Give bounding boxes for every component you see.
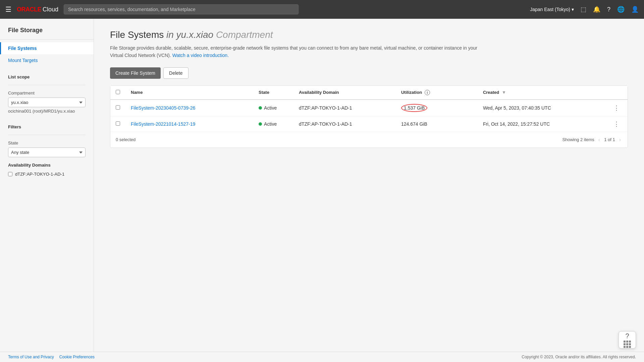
pagination-page-info: 1 of 1 bbox=[604, 137, 615, 142]
row2-created-cell: Fri, Oct 14, 2022, 15:27:52 UTC bbox=[478, 116, 605, 132]
state-filter-selector[interactable]: Any state Active Creating Deleting Delet… bbox=[8, 147, 86, 157]
help-icon[interactable]: ? bbox=[607, 6, 610, 13]
compartment-selector[interactable]: yu.x.xiao bbox=[8, 98, 86, 107]
availability-domain-label: dTZF:AP-TOKYO-1-AD-1 bbox=[15, 172, 64, 177]
select-all-checkbox[interactable] bbox=[116, 90, 120, 94]
page-title: File Systems in yu.x.xiao Compartment bbox=[110, 29, 628, 40]
row2-status-label: Active bbox=[264, 121, 277, 127]
col-header-availability-domain: Availability Domain bbox=[293, 86, 396, 100]
row1-availability-cell: dTZF:AP-TOKYO-1-AD-1 bbox=[293, 100, 396, 116]
row1-checkbox-cell bbox=[110, 100, 125, 116]
sidebar-item-mount-targets[interactable]: Mount Targets bbox=[0, 54, 94, 66]
filters-title: Filters bbox=[8, 124, 86, 129]
table: Name State Availability Domain Utilizati… bbox=[110, 86, 628, 132]
pagination: Showing 2 items ‹ 1 of 1 › bbox=[562, 136, 622, 143]
table-row: FileSystem-20230405-0739-26 Active dTZF:… bbox=[110, 100, 628, 116]
pagination-next-button[interactable]: › bbox=[618, 136, 622, 143]
create-file-system-button[interactable]: Create File System bbox=[110, 67, 161, 79]
row2-name-link[interactable]: FileSystem-20221014-1527-19 bbox=[131, 121, 195, 127]
sidebar-item-mount-targets-label: Mount Targets bbox=[8, 58, 38, 63]
col-header-actions bbox=[605, 86, 628, 100]
row2-checkbox[interactable] bbox=[116, 121, 120, 126]
compartment-path: ocichina001 (root)/MRD1/yu.x.xiao bbox=[8, 109, 86, 114]
list-scope-title: List scope bbox=[8, 74, 86, 79]
row2-state-cell: Active bbox=[253, 116, 293, 132]
row2-utilization-cell: 124.674 GiB bbox=[396, 116, 478, 132]
row2-actions-menu[interactable]: ⋮ bbox=[611, 119, 622, 129]
page-title-compartment: Compartment bbox=[216, 29, 273, 40]
row1-actions-cell: ⋮ bbox=[605, 100, 628, 116]
availability-domains-title: Availability Domains bbox=[8, 163, 86, 168]
user-profile-icon[interactable]: 👤 bbox=[631, 6, 639, 13]
page-description: File Storage provides durable, scalable,… bbox=[110, 44, 479, 59]
video-intro-link[interactable]: Watch a video introduction. bbox=[172, 53, 229, 58]
row2-checkbox-cell bbox=[110, 116, 125, 132]
help-widget[interactable]: ? bbox=[619, 331, 636, 349]
row1-created-cell: Wed, Apr 5, 2023, 07:40:35 UTC bbox=[478, 100, 605, 116]
delete-button[interactable]: Delete bbox=[163, 67, 188, 79]
showing-text: Showing 2 items bbox=[562, 137, 594, 142]
row1-utilization-cell: 1.537 GiB bbox=[396, 100, 478, 116]
row2-utilization-value: 124.674 GiB bbox=[401, 121, 427, 127]
cloud-brand-text: Cloud bbox=[43, 6, 58, 13]
cookie-preferences-link[interactable]: Cookie Preferences bbox=[59, 355, 95, 359]
help-widget-dots bbox=[624, 341, 631, 348]
row2-created-value: Fri, Oct 14, 2022, 15:27:52 UTC bbox=[483, 121, 550, 127]
row1-status-badge: Active bbox=[259, 105, 288, 111]
table-body: FileSystem-20230405-0739-26 Active dTZF:… bbox=[110, 100, 628, 132]
selected-count: 0 selected bbox=[116, 137, 136, 142]
state-filter-label: State bbox=[8, 140, 86, 145]
search-bar[interactable]: Search resources, services, documentatio… bbox=[64, 4, 299, 14]
page-footer: Terms of Use and Privacy Cookie Preferen… bbox=[0, 352, 644, 362]
availability-domain-checkbox[interactable] bbox=[8, 172, 12, 176]
help-widget-icon: ? bbox=[625, 332, 629, 340]
main-content: File Systems in yu.x.xiao Compartment Fi… bbox=[94, 19, 644, 362]
main-layout: File Storage File Systems Mount Targets … bbox=[0, 19, 644, 362]
row2-availability-cell: dTZF:AP-TOKYO-1-AD-1 bbox=[293, 116, 396, 132]
availability-domain-item: dTZF:AP-TOKYO-1-AD-1 bbox=[8, 172, 86, 177]
sidebar-title: File Storage bbox=[0, 27, 94, 40]
select-all-header bbox=[110, 86, 125, 100]
list-scope-section: List scope Compartment yu.x.xiao ocichin… bbox=[0, 66, 94, 116]
pagination-prev-button[interactable]: ‹ bbox=[597, 136, 601, 143]
footer-links: Terms of Use and Privacy Cookie Preferen… bbox=[8, 355, 95, 359]
oracle-logo: ORACLE Cloud bbox=[17, 6, 58, 13]
nav-right-actions: Japan East (Tokyo) ▾ ⬚ 🔔 ? 🌐 👤 bbox=[530, 6, 639, 13]
sidebar: File Storage File Systems Mount Targets … bbox=[0, 19, 94, 362]
sidebar-navigation: File Systems Mount Targets bbox=[0, 42, 94, 66]
hamburger-menu-icon[interactable]: ☰ bbox=[5, 5, 11, 13]
table-footer: 0 selected Showing 2 items ‹ 1 of 1 › bbox=[110, 132, 628, 147]
compartment-label: Compartment bbox=[8, 90, 86, 96]
row1-name-link[interactable]: FileSystem-20230405-0739-26 bbox=[131, 105, 195, 111]
actions-bar: Create File System Delete bbox=[110, 67, 628, 79]
language-icon[interactable]: 🌐 bbox=[617, 6, 625, 13]
oracle-brand-text: ORACLE bbox=[17, 6, 41, 13]
sidebar-item-file-systems[interactable]: File Systems bbox=[0, 42, 94, 54]
row2-status-dot bbox=[259, 122, 262, 126]
row2-name-cell: FileSystem-20221014-1527-19 bbox=[125, 116, 253, 132]
row1-state-cell: Active bbox=[253, 100, 293, 116]
table-header: Name State Availability Domain Utilizati… bbox=[110, 86, 628, 100]
region-chevron-icon: ▾ bbox=[572, 7, 574, 12]
region-selector[interactable]: Japan East (Tokyo) ▾ bbox=[530, 7, 574, 12]
row1-actions-menu[interactable]: ⋮ bbox=[611, 103, 622, 113]
notifications-icon[interactable]: 🔔 bbox=[593, 6, 600, 13]
created-sort-icon: ▼ bbox=[502, 90, 506, 95]
sidebar-item-file-systems-label: File Systems bbox=[8, 46, 37, 51]
page-title-plain: File Systems bbox=[110, 29, 164, 40]
code-editor-icon[interactable]: ⬚ bbox=[581, 6, 586, 13]
row1-created-value: Wed, Apr 5, 2023, 07:40:35 UTC bbox=[483, 105, 551, 111]
table-row: FileSystem-20221014-1527-19 Active dTZF:… bbox=[110, 116, 628, 132]
terms-link[interactable]: Terms of Use and Privacy bbox=[8, 355, 54, 359]
row2-availability-domain: dTZF:AP-TOKYO-1-AD-1 bbox=[299, 121, 352, 127]
utilization-info-icon[interactable]: i bbox=[425, 90, 430, 95]
col-header-state: State bbox=[253, 86, 293, 100]
row1-checkbox[interactable] bbox=[116, 105, 120, 110]
row2-status-badge: Active bbox=[259, 121, 288, 127]
copyright-text: Copyright © 2023, Oracle and/or its affi… bbox=[522, 355, 636, 359]
file-systems-table: Name State Availability Domain Utilizati… bbox=[110, 85, 628, 148]
filters-section: Filters State Any state Active Creating … bbox=[0, 116, 94, 179]
row1-name-cell: FileSystem-20230405-0739-26 bbox=[125, 100, 253, 116]
top-navigation: ☰ ORACLE Cloud Search resources, service… bbox=[0, 0, 644, 19]
col-header-created[interactable]: Created ▼ bbox=[478, 86, 605, 100]
